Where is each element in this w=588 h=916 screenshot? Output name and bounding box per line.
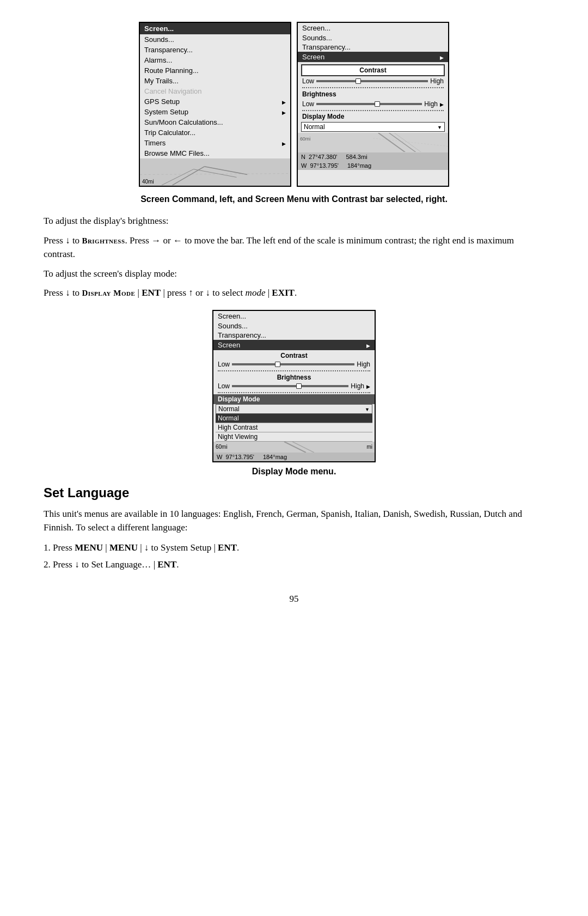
right-section-bar: Screen — [298, 52, 448, 62]
svg-text:60mi: 60mi — [300, 136, 310, 142]
display-mode-value: Normal — [304, 123, 325, 131]
p3-text: To adjust the screen's display mode: — [44, 268, 177, 279]
center-map-strip: 60mi mi — [213, 442, 375, 453]
center-dotted-2 — [218, 392, 370, 393]
system-setup-bold: System Setup — [161, 542, 211, 553]
center-dropdown-current: Normal — [216, 404, 372, 414]
top-caption: Screen Command, left, and Screen Menu wi… — [44, 194, 544, 204]
contrast-high-label: High — [430, 77, 444, 85]
menu-item-gps-setup: GPS Setup — [140, 96, 290, 107]
paragraph-1: To adjust the display's brightness: — [44, 214, 544, 228]
menu-item-transparency: Transparency... — [140, 45, 290, 55]
set-language-steps: 1. Press MENU | MENU | ↓ to System Setup… — [44, 540, 544, 572]
svg-line-7 — [394, 133, 421, 152]
center-map-svg — [230, 442, 371, 453]
arrow-icon — [282, 108, 286, 116]
ent-bold-1: ENT — [142, 288, 161, 298]
right-map-area: 60mi — [298, 133, 448, 152]
center-section-label: Screen — [218, 341, 240, 349]
menu-bold-1: MENU — [75, 542, 103, 553]
contrast-label: Contrast — [359, 66, 386, 74]
coords-n: N 27°47.380' — [301, 154, 337, 160]
brightness-bold: Brightness — [82, 236, 125, 245]
brightness-label: Brightness — [298, 89, 448, 99]
center-coords-w-val: 184°mag — [263, 454, 287, 460]
center-menu-sounds: Sounds... — [213, 321, 375, 331]
menu-item-my-trails: My Trails... — [140, 76, 290, 86]
center-screenshot: Screen... Sounds... Transparency... Scre… — [212, 310, 376, 462]
svg-line-1 — [194, 169, 237, 178]
exit-bold: EXIT — [272, 288, 295, 298]
brightness-slider-track — [316, 103, 422, 105]
menu-item-browse-mmc: Browse MMC Files... — [140, 148, 290, 158]
center-dropdown-option-night-viewing: Night Viewing — [216, 432, 372, 442]
center-map-label: 60mi — [216, 444, 228, 450]
center-dropdown-option-normal: Normal — [216, 414, 372, 423]
right-map-svg: 60mi — [298, 133, 448, 152]
menu-item-route-planning: Route Planning... — [140, 65, 290, 76]
brightness-slider-thumb — [375, 101, 380, 107]
svg-line-3 — [204, 167, 247, 175]
menu-item-alarms: Alarms... — [140, 55, 290, 65]
center-contrast-label: Contrast — [213, 350, 375, 359]
center-brightness-label: Brightness — [213, 372, 375, 381]
svg-line-8 — [373, 138, 448, 146]
right-section-label: Screen — [302, 53, 324, 61]
coords-w-val: 184°mag — [347, 162, 371, 169]
menu-item-sounds: Sounds... — [140, 34, 290, 45]
left-map-area: 40mi — [140, 158, 290, 186]
center-contrast-thumb — [275, 362, 280, 367]
center-brightness-track — [232, 385, 348, 387]
center-screenshot-container: Screen... Sounds... Transparency... Scre… — [44, 310, 544, 462]
menu-item-system-setup: System Setup — [140, 107, 290, 117]
mode-italic: mode — [246, 288, 266, 298]
right-screenshot: Screen... Sounds... Transparency... Scre… — [297, 22, 449, 187]
center-contrast-high: High — [357, 361, 370, 368]
contrast-low-label: Low — [302, 77, 314, 85]
center-screen-title: Screen... — [213, 311, 375, 321]
brightness-arrow-icon — [440, 100, 444, 108]
brightness-slider-row: Low High — [298, 99, 448, 109]
contrast-dotted-line — [302, 87, 444, 88]
menu-item-sunmoon: Sun/Moon Calculations... — [140, 117, 290, 127]
svg-line-4 — [140, 174, 290, 175]
left-screenshot: Screen... Sounds... Transparency... Alar… — [139, 22, 291, 187]
contrast-box: Contrast — [301, 64, 445, 76]
brightness-high-label: High — [424, 100, 438, 108]
center-contrast-low: Low — [218, 361, 230, 368]
paragraph-3: To adjust the screen's display mode: — [44, 267, 544, 281]
map-svg — [140, 158, 290, 185]
ent-bold-step1: ENT — [218, 542, 237, 553]
paragraph-2: Press ↓ to Brightness. Press → or ← to m… — [44, 234, 544, 261]
page-number: 95 — [44, 594, 544, 604]
left-screen-title: Screen... — [140, 23, 290, 34]
center-section-arrow-icon — [366, 341, 370, 349]
center-coords-w-label: W 97°13.795' — [217, 454, 254, 460]
svg-line-2 — [172, 167, 204, 185]
step-1: 1. Press MENU | MENU | ↓ to System Setup… — [44, 540, 544, 555]
section-arrow-icon — [440, 53, 444, 61]
left-menu-list: Sounds... Transparency... Alarms... Rout… — [140, 34, 290, 158]
display-mode-dropdown: Normal — [301, 122, 445, 132]
center-brightness-low: Low — [218, 382, 230, 390]
set-language-body: This unit's menus are available in 10 la… — [44, 507, 544, 535]
contrast-slider-thumb — [356, 78, 361, 84]
brightness-low-label: Low — [302, 100, 314, 108]
center-contrast-track — [232, 363, 354, 365]
center-dropdown-option-high-contrast: High Contrast — [216, 423, 372, 432]
center-brightness-arrow — [366, 382, 370, 390]
center-dotted-1 — [218, 370, 370, 371]
paragraph-4: Press ↓ to Display Mode | ENT | press ↑ … — [44, 286, 544, 300]
center-brightness-slider: Low High — [213, 381, 375, 391]
right-menu-transparency: Transparency... — [298, 42, 448, 52]
contrast-slider-row: Low High — [298, 76, 448, 86]
center-dropdown-open: Normal Normal High Contrast Night Viewin… — [216, 404, 372, 442]
svg-line-5 — [378, 133, 405, 152]
center-dropdown-value: Normal — [218, 405, 240, 413]
menu-bold-2: MENU — [109, 542, 138, 553]
svg-line-0 — [161, 169, 193, 186]
right-screen-title: Screen... — [298, 23, 448, 33]
display-mode-bold: Display Mode — [82, 289, 135, 297]
center-section-bar: Screen — [213, 340, 375, 350]
dropdown-arrow-icon — [437, 123, 442, 131]
